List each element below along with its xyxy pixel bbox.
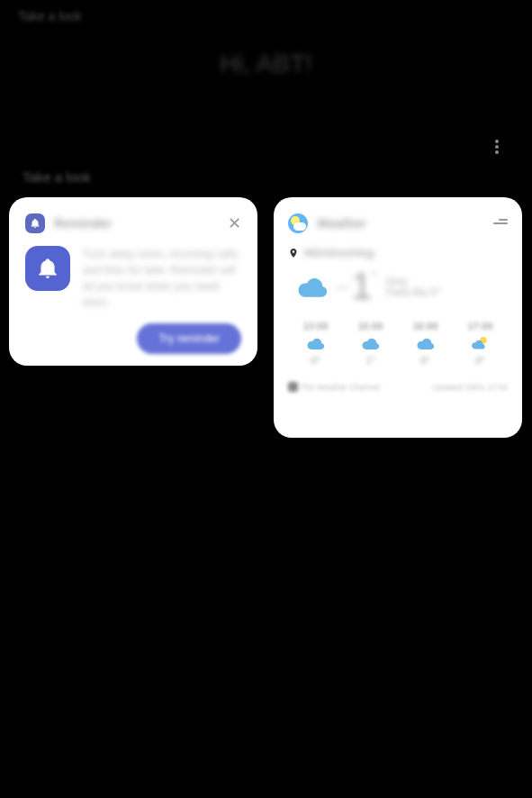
cloud-icon (292, 273, 331, 300)
hourly-item: 17:00 0° (467, 321, 492, 366)
cloudy-icon (358, 335, 382, 351)
more-options-icon[interactable] (495, 140, 499, 154)
section-title: Take a look (23, 169, 91, 185)
reminder-app-icon (25, 213, 45, 233)
weather-title: Weather (317, 216, 366, 231)
reminder-card: Reminder ✕ Tuck away notes, incoming cal… (9, 197, 257, 366)
hourly-time: 17:00 (467, 321, 492, 331)
reminder-description: Tuck away notes, incoming calls, and lin… (83, 246, 241, 311)
weather-footer: The Weather Channel Updated 23/01 17:52 (288, 382, 508, 392)
current-weather: — 1 ° Grey Feels like 0° (288, 265, 508, 308)
location-pin-icon (288, 248, 299, 258)
reminder-card-header: Reminder ✕ (25, 213, 241, 233)
cloudy-icon (303, 335, 327, 351)
location-name: Mönönsching (304, 246, 374, 259)
subtitle-top: Take a look (18, 9, 82, 23)
hourly-time: 15:00 (357, 321, 383, 331)
hourly-time: 16:00 (412, 321, 437, 331)
weather-provider: The Weather Channel (288, 382, 380, 392)
reminder-title: Reminder (54, 216, 113, 231)
hourly-forecast: 13:00 0° 15:00 1° 16:00 0° 17:00 0° (288, 321, 508, 366)
try-reminder-button[interactable]: Try reminder (137, 323, 241, 354)
hourly-item: 16:00 0° (412, 321, 437, 366)
hourly-temp: 0° (475, 355, 485, 366)
current-description: Grey Feels like 0° (386, 276, 440, 297)
hourly-temp: 0° (311, 355, 320, 366)
greeting-text: Hi, ABT! (220, 50, 312, 78)
close-icon[interactable]: ✕ (228, 213, 241, 233)
current-temp: — 1 ° (337, 265, 377, 308)
weather-card[interactable]: Weather Mönönsching — 1 ° Grey Feels lik… (274, 197, 522, 438)
hourly-time: 13:00 (302, 321, 328, 331)
location-row: Mönönsching (288, 246, 508, 259)
provider-logo-icon (288, 382, 298, 392)
weather-app-icon (288, 213, 308, 233)
hourly-item: 13:00 0° (302, 321, 328, 366)
night-cloudy-icon (468, 335, 491, 351)
cloudy-icon (413, 335, 437, 351)
bell-icon (25, 246, 70, 291)
hourly-item: 15:00 1° (357, 321, 383, 366)
weather-card-header: Weather (288, 213, 508, 233)
weather-updated: Updated 23/01 17:52 (432, 383, 508, 392)
hourly-temp: 0° (420, 355, 430, 366)
hourly-temp: 1° (365, 355, 375, 366)
expand-icon[interactable] (493, 219, 508, 228)
